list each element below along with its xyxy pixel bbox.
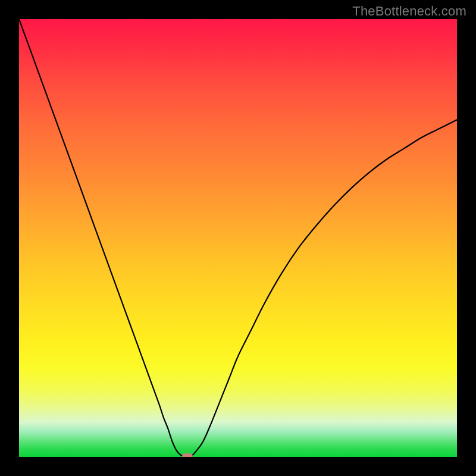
optimal-point-marker xyxy=(182,453,193,457)
plot-area xyxy=(19,19,457,457)
bottleneck-curve xyxy=(19,19,457,457)
watermark-text: TheBottleneck.com xyxy=(352,4,466,19)
chart-frame: TheBottleneck.com xyxy=(0,0,476,476)
